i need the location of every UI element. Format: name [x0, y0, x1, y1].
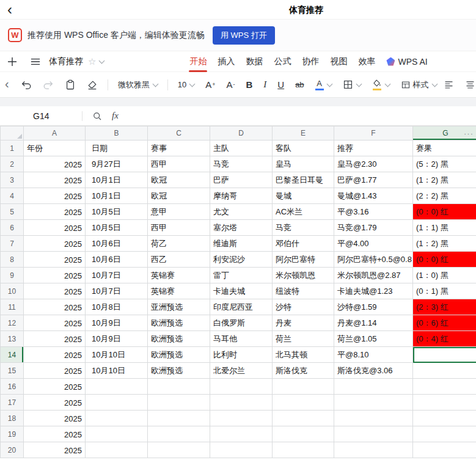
cell-B4[interactable]: 10月1日 — [86, 188, 148, 204]
tab-efficiency[interactable]: 效率 — [358, 51, 375, 72]
cell-A16[interactable]: 2025 — [24, 379, 86, 395]
cell-B17[interactable] — [86, 395, 148, 411]
cell-C10[interactable]: 英锦赛 — [148, 283, 210, 299]
row-header-17[interactable]: 17 — [1, 395, 24, 411]
more-columns-button[interactable]: ··· — [464, 129, 474, 138]
cell-C7[interactable]: 荷乙 — [148, 236, 210, 252]
cell-A17[interactable]: 2025 — [24, 395, 86, 411]
cell-C3[interactable]: 欧冠 — [148, 172, 210, 188]
cell-C20[interactable] — [148, 442, 210, 458]
back-icon[interactable]: ‹ — [0, 1, 20, 19]
cell-B20[interactable] — [86, 442, 148, 458]
row-header-1[interactable]: 1 — [1, 141, 24, 156]
cell-B3[interactable]: 10月1日 — [86, 172, 148, 188]
cell-B2[interactable]: 9月27日 — [86, 156, 148, 172]
row-header-7[interactable]: 7 — [1, 236, 24, 252]
search-icon[interactable] — [92, 111, 102, 121]
cell-A14[interactable]: 2025 — [24, 347, 86, 363]
cell-E14[interactable]: 北马其顿 — [273, 347, 334, 363]
cell-A5[interactable]: 2025 — [24, 204, 86, 220]
cell-A4[interactable]: 2025 — [24, 188, 86, 204]
row-header-16[interactable]: 16 — [1, 379, 24, 395]
column-header-A[interactable]: A — [24, 126, 86, 141]
bold-button[interactable]: B — [246, 79, 252, 90]
cell-D7[interactable]: 维迪斯 — [210, 236, 273, 252]
cell-A1[interactable]: 年份 — [24, 141, 86, 156]
cell-E11[interactable]: 沙特 — [273, 299, 334, 315]
paste-button[interactable] — [65, 79, 76, 90]
cell-reference-box[interactable]: G14 — [33, 111, 61, 121]
cell-B5[interactable]: 10月5日 — [86, 204, 148, 220]
cell-B13[interactable]: 10月9日 — [86, 331, 148, 347]
cell-C16[interactable] — [148, 379, 210, 395]
column-header-C[interactable]: C — [148, 126, 210, 141]
cell-E12[interactable]: 丹麦 — [273, 315, 334, 331]
cell-A7[interactable]: 2025 — [24, 236, 86, 252]
cell-F11[interactable]: 沙特@1.59 — [334, 299, 413, 315]
cell-C2[interactable]: 西甲 — [148, 156, 210, 172]
cell-E17[interactable] — [273, 395, 334, 411]
cell-A13[interactable]: 2025 — [24, 331, 86, 347]
undo-button[interactable] — [21, 79, 32, 90]
cell-F8[interactable]: 阿尔巴塞特+0.5@0.8 — [334, 252, 413, 268]
tab-wps-ai[interactable]: WPS AI — [386, 51, 427, 72]
font-color-button[interactable]: A — [315, 79, 332, 90]
select-all-button[interactable] — [1, 126, 24, 141]
cell-G19[interactable] — [413, 426, 476, 442]
align-vertical-button[interactable] — [465, 79, 475, 90]
cell-A2[interactable]: 2025 — [24, 156, 86, 172]
cell-C6[interactable]: 西甲 — [148, 220, 210, 236]
cell-E9[interactable]: 米尔顿凯恩 — [273, 268, 334, 283]
cell-A11[interactable]: 2025 — [24, 299, 86, 315]
cell-D20[interactable] — [210, 442, 273, 458]
column-header-D[interactable]: D — [210, 126, 273, 141]
cell-F1[interactable]: 推荐 — [334, 141, 413, 156]
cell-E6[interactable]: 马竞 — [273, 220, 334, 236]
cell-G5[interactable]: (0：0) 红 — [413, 204, 476, 220]
row-header-2[interactable]: 2 — [1, 156, 24, 172]
cell-F7[interactable]: 平@4.00 — [334, 236, 413, 252]
cell-C1[interactable]: 赛事 — [148, 141, 210, 156]
cell-D14[interactable]: 比利时 — [210, 347, 273, 363]
cell-F18[interactable] — [334, 411, 413, 426]
cell-B8[interactable]: 10月6日 — [86, 252, 148, 268]
tab-insert[interactable]: 插入 — [218, 51, 235, 72]
cell-E8[interactable]: 阿尔巴塞特 — [273, 252, 334, 268]
cell-G16[interactable] — [413, 379, 476, 395]
cell-D16[interactable] — [210, 379, 273, 395]
cell-F20[interactable] — [334, 442, 413, 458]
cell-F12[interactable]: 丹麦@1.14 — [334, 315, 413, 331]
cell-A15[interactable]: 2025 — [24, 363, 86, 379]
cell-D6[interactable]: 塞尔塔 — [210, 220, 273, 236]
font-family-select[interactable]: 微软雅黑 — [118, 79, 158, 90]
row-header-6[interactable]: 6 — [1, 220, 24, 236]
cell-E2[interactable]: 皇马 — [273, 156, 334, 172]
cell-G6[interactable]: (1：1) 黑 — [413, 220, 476, 236]
cell-G12[interactable]: (0：6) 红 — [413, 315, 476, 331]
cell-D8[interactable]: 利安泥沙 — [210, 252, 273, 268]
cell-style-button[interactable]: 样式 — [401, 79, 437, 90]
cell-D18[interactable] — [210, 411, 273, 426]
row-header-20[interactable]: 20 — [1, 442, 24, 458]
cell-C18[interactable] — [148, 411, 210, 426]
row-header-14[interactable]: 14 — [1, 347, 24, 363]
align-horizontal-button[interactable] — [444, 79, 454, 90]
hamburger-menu-icon[interactable] — [31, 57, 40, 66]
cell-G7[interactable]: (1：2) 黑 — [413, 236, 476, 252]
cell-G14[interactable] — [413, 347, 476, 363]
cell-C11[interactable]: 亚洲预选 — [148, 299, 210, 315]
cell-B9[interactable]: 10月7日 — [86, 268, 148, 283]
cell-D4[interactable]: 摩纳哥 — [210, 188, 273, 204]
toolbar-collapse-icon[interactable]: ‹ — [5, 77, 9, 91]
cell-E13[interactable]: 荷兰 — [273, 331, 334, 347]
row-header-4[interactable]: 4 — [1, 188, 24, 204]
cell-B15[interactable]: 10月10日 — [86, 363, 148, 379]
cell-C4[interactable]: 欧冠 — [148, 188, 210, 204]
cell-D10[interactable]: 卡迪夫城 — [210, 283, 273, 299]
cell-E15[interactable]: 斯洛伐克 — [273, 363, 334, 379]
cell-E10[interactable]: 纽波特 — [273, 283, 334, 299]
cell-E3[interactable]: 巴黎圣日耳曼 — [273, 172, 334, 188]
cell-G11[interactable]: (2：3) 红 — [413, 299, 476, 315]
cell-G13[interactable]: (0：4) 红 — [413, 331, 476, 347]
cell-D13[interactable]: 马耳他 — [210, 331, 273, 347]
